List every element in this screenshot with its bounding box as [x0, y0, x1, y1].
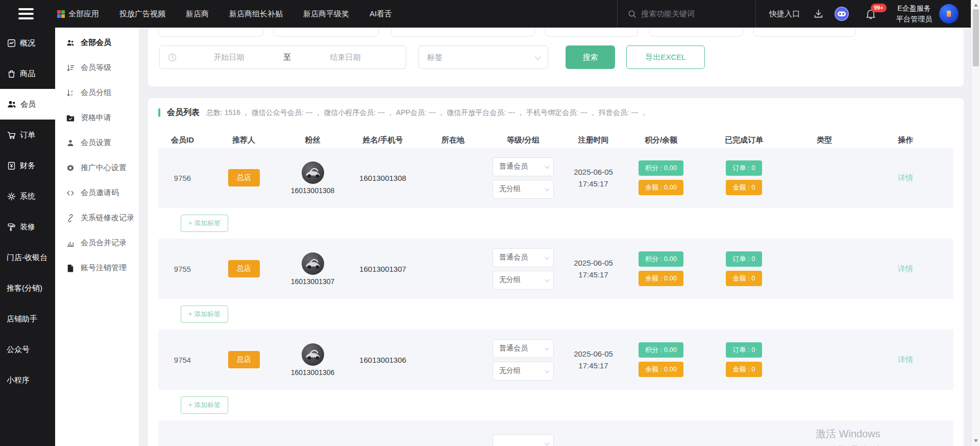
topnav-item-all-apps[interactable]: 全部应用 — [57, 9, 99, 19]
filter-input-partial-6[interactable] — [753, 28, 856, 37]
points-balance-cell: 积分 : 0.00 余额 : 0.00 — [639, 342, 683, 377]
member-name-phone: 16013001307 — [359, 265, 406, 273]
chevron-down-icon — [545, 277, 550, 282]
balance-badge: 余额 : 0.00 — [639, 180, 683, 195]
level-select[interactable]: 普通会员 — [493, 339, 554, 358]
add-tag-button[interactable]: + 添加标签 — [181, 306, 228, 323]
submenu-item-relation-log[interactable]: 关系链修改记录 — [55, 205, 139, 230]
group-select[interactable]: 无分组 — [493, 271, 554, 290]
topnav-item-ai[interactable]: AI看舌 — [370, 9, 392, 19]
member-row: 9756 总店 16013001308 16013001308 普通会员 无分组… — [158, 148, 953, 208]
user-avatar[interactable] — [939, 4, 959, 24]
orders-amount-cell: 订单 : 0 金额 : 0 — [726, 342, 762, 377]
menu-icon[interactable] — [18, 6, 34, 22]
group-select[interactable]: 无分组 — [493, 180, 554, 199]
fans-cell: 16013001308 — [291, 161, 335, 195]
topnav-item-ad-video[interactable]: 投放广告视频 — [119, 9, 165, 19]
submenu-item-promotion-settings[interactable]: 推广中心设置 — [55, 155, 139, 180]
sidebar-item-pos[interactable]: 门店-收银台 — [0, 242, 55, 273]
members-icon — [7, 99, 17, 109]
submenu-item-qualification[interactable]: 资格申请 — [55, 105, 139, 130]
filter-input-partial-2[interactable] — [274, 28, 379, 37]
sidebar-item-goods[interactable]: 商品 — [0, 58, 55, 89]
sidebar-item-mini-program[interactable]: 小程序 — [0, 365, 55, 395]
page-scrollbar[interactable] — [971, 0, 980, 446]
referrer-badge: 总店 — [228, 351, 260, 368]
top-navigation: 全部应用 投放广告视频 新店商 新店商组长补贴 新店商平级奖 AI看舌 — [57, 9, 392, 19]
sidebar-item-system[interactable]: 系统 — [0, 181, 55, 212]
search-button[interactable]: 搜索 — [566, 45, 615, 69]
svg-text:Z: Z — [71, 93, 73, 97]
orders-badge: 订单 : 0 — [726, 342, 762, 358]
submenu-item-member-level[interactable]: 会员等级 — [55, 55, 139, 80]
balance-badge: 余额 : 0.00 — [639, 271, 683, 286]
sidebar-item-orders[interactable]: 订单 — [0, 120, 55, 150]
add-tag-button[interactable]: + 添加标签 — [181, 215, 228, 232]
filter-input-partial-1[interactable] — [158, 28, 263, 37]
submenu-item-account-cancellation[interactable]: 账号注销管理 — [55, 255, 139, 280]
goods-bag-icon — [7, 69, 16, 79]
filter-input-partial-4[interactable] — [545, 28, 638, 37]
folder-check-icon — [66, 113, 75, 123]
date-range-picker[interactable]: 开始日期 至 结束日期 — [159, 45, 406, 69]
account-menu[interactable]: E企盈服务 平台管理员 — [896, 3, 932, 25]
topnav-item-peer-award[interactable]: 新店商平级奖 — [303, 9, 349, 19]
file-icon — [66, 264, 75, 273]
quick-entry-link[interactable]: 快捷入口 — [756, 9, 813, 19]
export-excel-button[interactable]: 导出EXCEL — [626, 45, 705, 69]
sidebar-item-overview[interactable]: 概况 — [0, 28, 55, 58]
system-gear-icon — [7, 192, 16, 201]
main-content: 开始日期 至 结束日期 标签 搜索 导出EXCEL 会员列表 总数: 1516 … — [139, 28, 971, 446]
sidebar-item-distribution[interactable]: 推客(分销) — [0, 273, 55, 303]
tag-select[interactable]: 标签 — [419, 45, 548, 69]
submenu-item-merge-log[interactable]: 会员合并记录 — [55, 230, 139, 255]
submenu-item-all-members[interactable]: 全部会员 — [55, 30, 139, 55]
add-tag-button[interactable]: + 添加标签 — [181, 396, 228, 414]
detail-link[interactable]: 详情 — [898, 264, 913, 274]
submenu-item-member-group[interactable]: AZ 会员分组 — [55, 80, 139, 105]
submenu-item-member-settings[interactable]: 会员设置 — [55, 130, 139, 155]
tag-row: + 添加标签 — [158, 299, 953, 330]
filter-input-partial-5[interactable] — [649, 28, 743, 37]
chevron-down-icon — [545, 345, 550, 350]
global-search-input[interactable]: 搜索功能关键词 — [617, 0, 756, 28]
topnav-item-group-subsidy[interactable]: 新店商组长补贴 — [229, 9, 283, 19]
col-fans: 粉丝 — [305, 135, 321, 145]
member-id: 9756 — [174, 174, 191, 182]
download-icon[interactable] — [813, 9, 824, 19]
assistant-robot-icon[interactable] — [834, 6, 849, 21]
notifications-bell-icon[interactable]: 99+ — [865, 8, 877, 20]
clock-icon — [168, 53, 177, 62]
sidebar-item-shop-assistant[interactable]: 店铺助手 — [0, 303, 55, 334]
sidebar-item-finance[interactable]: 财务 — [0, 150, 55, 181]
end-date-placeholder: 结束日期 — [293, 53, 398, 62]
submenu-item-invite-code[interactable]: 会员邀请码 — [55, 180, 139, 205]
orders-cart-icon — [7, 130, 16, 140]
col-register-time: 注册时间 — [578, 135, 609, 145]
topnav-item-new-shop[interactable]: 新店商 — [186, 9, 209, 19]
filter-input-partial-3[interactable] — [391, 28, 535, 37]
group-select[interactable]: 无分组 — [493, 362, 554, 381]
detail-link[interactable]: 详情 — [898, 355, 913, 365]
col-referrer: 推荐人 — [232, 135, 255, 145]
scroll-up-arrow-icon[interactable] — [974, 4, 978, 7]
level-group-cell: 普通会员 无分组 — [493, 248, 554, 290]
col-location: 所在地 — [442, 135, 464, 145]
sidebar-item-official-account[interactable]: 公众号 — [0, 334, 55, 365]
sidebar-item-decorate[interactable]: 装修 — [0, 212, 55, 242]
fans-number: 16013001307 — [291, 277, 335, 286]
notification-count-badge: 99+ — [871, 4, 887, 12]
member-list-header: 会员列表 总数: 1516 ， 微信公众号会员: --- ， 微信小程序会员: … — [158, 107, 953, 118]
scroll-down-arrow-icon[interactable] — [974, 439, 978, 442]
detail-link[interactable]: 详情 — [898, 173, 913, 183]
member-list-panel: 会员列表 总数: 1516 ， 微信公众号会员: --- ， 微信小程序会员: … — [148, 98, 964, 446]
chevron-down-icon — [545, 368, 550, 373]
level-select[interactable]: 普通会员 — [493, 248, 554, 267]
level-select[interactable] — [493, 434, 554, 446]
points-badge: 积分 : 0.00 — [639, 160, 683, 176]
scrollbar-thumb[interactable] — [973, 9, 979, 66]
fans-number: 16013001308 — [291, 186, 335, 195]
sidebar-item-members[interactable]: 会员 — [0, 89, 55, 120]
level-select[interactable]: 普通会员 — [493, 157, 554, 176]
chevron-down-icon — [545, 186, 550, 191]
